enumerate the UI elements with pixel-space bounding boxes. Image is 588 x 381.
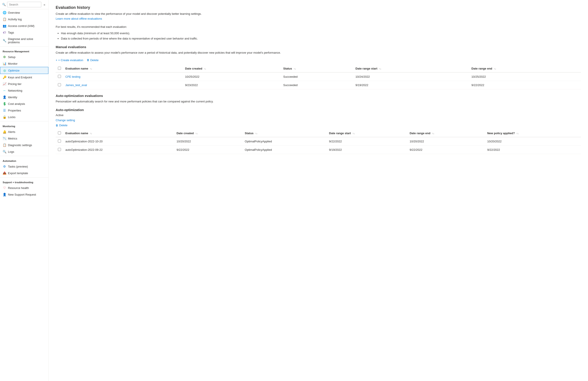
auto-row-checkbox-0[interactable] xyxy=(58,140,61,143)
change-setting-link[interactable]: Change setting xyxy=(56,119,75,122)
sidebar-item-diagnostic-settings[interactable]: 📋Diagnostic settings xyxy=(0,142,48,148)
sort-icon-date_created[interactable]: ↑↓ xyxy=(204,68,206,70)
sidebar-label-keys-endpoint: Keys and Endpoint xyxy=(8,76,32,79)
auto-col-date_range_end: Date range end ↑↓ xyxy=(407,130,485,137)
auto-sort-icon-date_range_start[interactable]: ↑↓ xyxy=(353,132,355,135)
sort-icon-date_range_end[interactable]: ↑↓ xyxy=(494,68,496,70)
search-bar: 🔍 « xyxy=(0,0,48,9)
sidebar-item-setup[interactable]: ⚙Setup xyxy=(0,54,48,60)
auto-col-date_range_start: Date range start ↑↓ xyxy=(327,130,408,137)
auto-cell-status-1: OptimalPolicyApplied xyxy=(243,146,327,154)
auto-col-new_policy: New policy applied? ↑↓ xyxy=(485,130,581,137)
manual-toolbar: + + Create evaluation 🗑 Delete xyxy=(56,58,581,63)
sidebar-item-overview[interactable]: 🌐Overview xyxy=(0,9,48,16)
icon-resource-health: ♡ xyxy=(3,186,6,190)
sidebar-item-cost-analysis[interactable]: 💲Cost analysis xyxy=(0,100,48,107)
auto-cell-name-1: autoOptimization-2022-09-22 xyxy=(63,146,174,154)
sort-icon-status[interactable]: ↑↓ xyxy=(294,68,296,70)
manual-cell-name-1[interactable]: James_test_eval xyxy=(63,81,183,89)
delete-auto-button[interactable]: 🗑 Delete xyxy=(56,124,68,127)
icon-metrics: 📉 xyxy=(3,137,6,140)
sidebar-item-monitor[interactable]: 📊Monitor xyxy=(0,60,48,67)
auto-cell-date_range_end-1: 9/22/2022 xyxy=(407,146,485,154)
manual-cell-date_created-0: 10/25/2022 xyxy=(183,72,281,81)
section-label-resource-management: Resource Management xyxy=(0,47,48,54)
auto-sort-icon-new_policy[interactable]: ↑↓ xyxy=(516,132,519,135)
sidebar-label-activity-log: Activity log xyxy=(8,18,22,21)
sidebar-label-access-control: Access control (IAM) xyxy=(8,24,34,28)
delete-manual-button[interactable]: 🗑 Delete xyxy=(87,58,99,63)
auto-sort-icon-date_created[interactable]: ↑↓ xyxy=(195,132,198,135)
auto-cell-date_created-1: 9/22/2022 xyxy=(174,146,243,154)
auto-cell-new_policy-1: 9/22/2022 xyxy=(485,146,581,154)
sidebar-item-pricing-tier[interactable]: 📈Pricing tier xyxy=(0,80,48,87)
manual-col-status: Status ↑↓ xyxy=(281,65,353,72)
auto-cell-date_range_start-1: 9/19/2022 xyxy=(327,146,408,154)
bullet-list: Has enough data (minimum of at least 50,… xyxy=(61,31,581,40)
manual-row-checkbox-0[interactable] xyxy=(58,75,61,78)
sidebar-item-resource-health[interactable]: ♡Resource health xyxy=(0,184,48,191)
delete-icon: 🗑 xyxy=(87,59,89,61)
bullet-item-1: Data is collected from periods of time w… xyxy=(61,37,581,41)
sidebar-label-setup: Setup xyxy=(8,55,16,59)
sidebar-item-alerts[interactable]: 🔔Alerts xyxy=(0,128,48,135)
sidebar-label-overview: Overview xyxy=(8,11,20,14)
sidebar-item-optimize[interactable]: ◎Optimize xyxy=(0,67,48,74)
sidebar-item-logs[interactable]: 🔍Logs xyxy=(0,148,48,155)
manual-select-all-checkbox[interactable] xyxy=(58,67,61,70)
auto-select-all-header xyxy=(56,130,63,137)
manual-row-checkbox-1[interactable] xyxy=(58,83,61,86)
sidebar-label-monitor: Monitor xyxy=(8,62,18,65)
auto-select-all-checkbox[interactable] xyxy=(58,131,61,134)
auto-sort-icon-date_range_end[interactable]: ↑↓ xyxy=(432,132,434,135)
sort-icon-date_range_start[interactable]: ↑↓ xyxy=(379,68,381,70)
sidebar-label-diagnostic-settings: Diagnostic settings xyxy=(8,143,32,147)
manual-section-title: Manual evaluations xyxy=(56,45,581,49)
sidebar-item-metrics[interactable]: 📉Metrics xyxy=(0,135,48,142)
auto-row-checkbox-1[interactable] xyxy=(58,148,61,151)
collapse-button[interactable]: « xyxy=(43,2,46,7)
manual-cell-name-0[interactable]: CFE testing xyxy=(63,72,183,81)
auto-cell-status-0: OptimalPolicyApplied xyxy=(243,137,327,146)
search-input[interactable] xyxy=(7,2,41,7)
manual-col-date_range_end: Date range end ↑↓ xyxy=(469,65,581,72)
sidebar-label-optimize: Optimize xyxy=(8,69,20,72)
auto-sort-icon-status[interactable]: ↑↓ xyxy=(255,132,257,135)
sidebar-item-activity-log[interactable]: 📋Activity log xyxy=(0,16,48,22)
sidebar-item-diagnose[interactable]: 🔧Diagnose and solve problems xyxy=(0,36,48,45)
manual-cell-date_range_end-1: 9/22/2022 xyxy=(469,81,581,89)
sidebar-item-tags[interactable]: 🏷Tags xyxy=(0,29,48,36)
sidebar-label-export-template: Export template xyxy=(8,172,28,175)
auto-cell-date_range_start-0: 9/22/2022 xyxy=(327,137,408,146)
manual-cell-status-1: Succeeded xyxy=(281,81,353,89)
sidebar-item-tasks[interactable]: ⚙Tasks (preview) xyxy=(0,163,48,170)
manual-table-row: James_test_eval9/23/2022Succeeded9/19/20… xyxy=(56,81,581,89)
sidebar-label-diagnose: Diagnose and solve problems xyxy=(8,37,46,44)
icon-identity: 👤 xyxy=(3,95,6,99)
sidebar-item-access-control[interactable]: 👥Access control (IAM) xyxy=(0,22,48,29)
icon-tasks: ⚙ xyxy=(3,165,6,168)
sidebar-item-identity[interactable]: 👤Identity xyxy=(0,94,48,100)
auto-col-status: Status ↑↓ xyxy=(243,130,327,137)
sidebar-item-networking[interactable]: ↔Networking xyxy=(0,87,48,94)
sort-icon-name[interactable]: ↑↓ xyxy=(90,68,92,70)
auto-cell-date_range_end-0: 10/20/2022 xyxy=(407,137,485,146)
manual-cell-date_created-1: 9/23/2022 xyxy=(183,81,281,89)
sidebar-label-alerts: Alerts xyxy=(8,130,15,134)
sidebar-item-properties[interactable]: ☰Properties xyxy=(0,107,48,114)
sidebar: 🔍 « 🌐Overview📋Activity log👥Access contro… xyxy=(0,0,49,381)
sidebar-item-new-support[interactable]: 👤New Support Request xyxy=(0,191,48,198)
auto-evaluations-table: Evaluation name ↑↓Date created ↑↓Status … xyxy=(56,130,581,154)
sidebar-label-networking: Networking xyxy=(8,89,22,92)
sidebar-item-locks[interactable]: 🔒Locks xyxy=(0,114,48,120)
auto-col-date_created: Date created ↑↓ xyxy=(174,130,243,137)
create-evaluation-button[interactable]: + + Create evaluation xyxy=(56,58,83,63)
sidebar-item-export-template[interactable]: 📤Export template xyxy=(0,170,48,176)
learn-more-link[interactable]: Learn more about offline evaluations xyxy=(56,17,102,20)
icon-keys-endpoint: 🔑 xyxy=(3,76,6,79)
auto-sort-icon-name[interactable]: ↑↓ xyxy=(90,132,92,135)
sidebar-item-keys-endpoint[interactable]: 🔑Keys and Endpoint xyxy=(0,74,48,80)
icon-new-support: 👤 xyxy=(3,193,6,196)
best-results-label: For best results, it's recommended that … xyxy=(56,25,581,29)
sidebar-label-tasks: Tasks (preview) xyxy=(8,165,28,168)
